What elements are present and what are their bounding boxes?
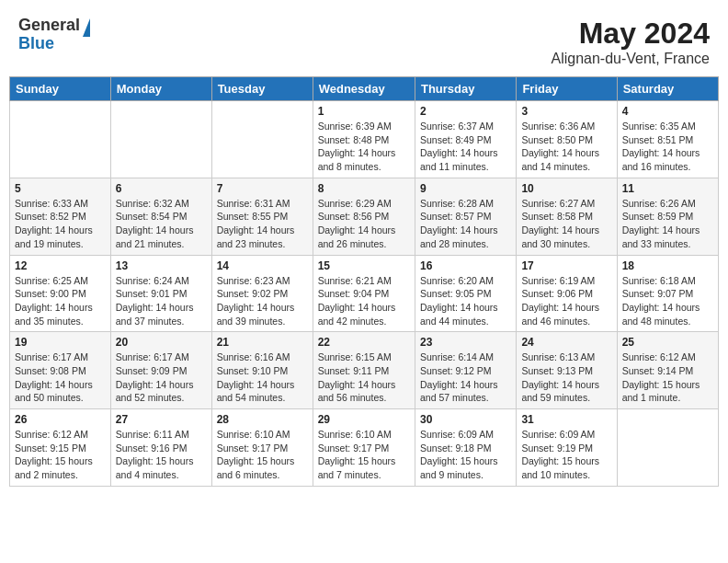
calendar-day-cell [211,101,313,178]
calendar-day-cell: 30Sunrise: 6:09 AM Sunset: 9:18 PM Dayli… [415,409,516,487]
day-number: 6 [116,182,207,195]
calendar-day-cell: 12Sunrise: 6:25 AM Sunset: 9:00 PM Dayli… [10,255,111,332]
day-number: 15 [318,259,410,272]
day-info: Sunrise: 6:28 AM Sunset: 8:57 PM Dayligh… [420,197,511,251]
title-section: May 2024 Alignan-du-Vent, France [551,17,710,67]
day-number: 30 [420,413,511,426]
day-info: Sunrise: 6:24 AM Sunset: 9:01 PM Dayligh… [116,274,207,328]
day-of-week-header: Tuesday [211,77,313,101]
calendar-day-cell: 1Sunrise: 6:39 AM Sunset: 8:48 PM Daylig… [313,101,415,178]
calendar-table: SundayMondayTuesdayWednesdayThursdayFrid… [9,76,719,487]
day-number: 24 [521,336,611,349]
calendar-week-row: 5Sunrise: 6:33 AM Sunset: 8:52 PM Daylig… [10,178,719,255]
day-number: 20 [116,336,207,349]
calendar-day-cell: 6Sunrise: 6:32 AM Sunset: 8:54 PM Daylig… [110,178,211,255]
calendar-week-row: 26Sunrise: 6:12 AM Sunset: 9:15 PM Dayli… [10,409,719,487]
day-number: 1 [318,105,410,118]
day-info: Sunrise: 6:35 AM Sunset: 8:51 PM Dayligh… [622,120,713,174]
calendar-day-cell: 29Sunrise: 6:10 AM Sunset: 9:17 PM Dayli… [313,409,415,487]
day-number: 31 [521,413,611,426]
calendar-day-cell: 17Sunrise: 6:19 AM Sunset: 9:06 PM Dayli… [517,255,617,332]
day-info: Sunrise: 6:10 AM Sunset: 9:17 PM Dayligh… [318,428,410,482]
calendar-day-cell: 23Sunrise: 6:14 AM Sunset: 9:12 PM Dayli… [415,332,516,409]
calendar-week-row: 19Sunrise: 6:17 AM Sunset: 9:08 PM Dayli… [10,332,719,409]
calendar-day-cell: 3Sunrise: 6:36 AM Sunset: 8:50 PM Daylig… [517,101,617,178]
day-number: 13 [116,259,207,272]
calendar-day-cell: 2Sunrise: 6:37 AM Sunset: 8:49 PM Daylig… [415,101,516,178]
day-info: Sunrise: 6:36 AM Sunset: 8:50 PM Dayligh… [521,120,611,174]
calendar-day-cell: 26Sunrise: 6:12 AM Sunset: 9:15 PM Dayli… [10,409,111,487]
calendar-day-cell: 20Sunrise: 6:17 AM Sunset: 9:09 PM Dayli… [110,332,211,409]
calendar-day-cell: 18Sunrise: 6:18 AM Sunset: 9:07 PM Dayli… [617,255,718,332]
day-info: Sunrise: 6:27 AM Sunset: 8:58 PM Dayligh… [521,197,611,251]
day-info: Sunrise: 6:25 AM Sunset: 9:00 PM Dayligh… [15,274,106,328]
day-info: Sunrise: 6:18 AM Sunset: 9:07 PM Dayligh… [622,274,713,328]
day-info: Sunrise: 6:31 AM Sunset: 8:55 PM Dayligh… [217,197,308,251]
day-number: 3 [521,105,611,118]
day-info: Sunrise: 6:21 AM Sunset: 9:04 PM Dayligh… [318,274,410,328]
calendar-day-cell: 7Sunrise: 6:31 AM Sunset: 8:55 PM Daylig… [211,178,313,255]
calendar-day-cell: 25Sunrise: 6:12 AM Sunset: 9:14 PM Dayli… [617,332,718,409]
day-number: 16 [420,259,511,272]
day-number: 4 [622,105,713,118]
day-info: Sunrise: 6:10 AM Sunset: 9:17 PM Dayligh… [217,428,308,482]
day-of-week-header: Saturday [617,77,718,101]
day-info: Sunrise: 6:17 AM Sunset: 9:09 PM Dayligh… [116,350,207,405]
day-of-week-header: Wednesday [313,77,415,101]
day-number: 5 [15,182,106,195]
day-info: Sunrise: 6:20 AM Sunset: 9:05 PM Dayligh… [420,274,511,328]
day-number: 9 [420,182,511,195]
calendar-day-cell: 19Sunrise: 6:17 AM Sunset: 9:08 PM Dayli… [10,332,111,409]
day-number: 29 [318,413,410,426]
day-info: Sunrise: 6:12 AM Sunset: 9:14 PM Dayligh… [622,350,713,405]
day-info: Sunrise: 6:11 AM Sunset: 9:16 PM Dayligh… [116,428,207,482]
day-number: 7 [217,182,308,195]
day-number: 28 [217,413,308,426]
day-of-week-header: Sunday [10,77,111,101]
calendar-day-cell: 15Sunrise: 6:21 AM Sunset: 9:04 PM Dayli… [313,255,415,332]
calendar-day-cell: 24Sunrise: 6:13 AM Sunset: 9:13 PM Dayli… [517,332,617,409]
day-info: Sunrise: 6:15 AM Sunset: 9:11 PM Dayligh… [318,350,410,405]
day-info: Sunrise: 6:09 AM Sunset: 9:18 PM Dayligh… [420,428,511,482]
day-number: 10 [521,182,611,195]
day-info: Sunrise: 6:12 AM Sunset: 9:15 PM Dayligh… [15,428,106,482]
calendar-day-cell: 5Sunrise: 6:33 AM Sunset: 8:52 PM Daylig… [10,178,111,255]
day-number: 27 [116,413,207,426]
day-info: Sunrise: 6:39 AM Sunset: 8:48 PM Dayligh… [318,120,410,174]
calendar-week-row: 1Sunrise: 6:39 AM Sunset: 8:48 PM Daylig… [10,101,719,178]
logo-triangle-icon [83,18,90,37]
day-info: Sunrise: 6:23 AM Sunset: 9:02 PM Dayligh… [217,274,308,328]
day-of-week-header: Monday [110,77,211,101]
day-number: 22 [318,336,410,349]
calendar-day-cell: 11Sunrise: 6:26 AM Sunset: 8:59 PM Dayli… [617,178,718,255]
calendar-day-cell: 28Sunrise: 6:10 AM Sunset: 9:17 PM Dayli… [211,409,313,487]
calendar-header-row: SundayMondayTuesdayWednesdayThursdayFrid… [10,77,719,101]
logo: General Blue [18,17,90,53]
month-year-title: May 2024 [551,17,710,51]
day-number: 11 [622,182,713,195]
day-number: 19 [15,336,106,349]
location-subtitle: Alignan-du-Vent, France [551,51,710,67]
day-number: 12 [15,259,106,272]
day-number: 14 [217,259,308,272]
day-number: 26 [15,413,106,426]
calendar-day-cell: 14Sunrise: 6:23 AM Sunset: 9:02 PM Dayli… [211,255,313,332]
day-of-week-header: Thursday [415,77,516,101]
calendar-day-cell [110,101,211,178]
day-info: Sunrise: 6:37 AM Sunset: 8:49 PM Dayligh… [420,120,511,174]
day-info: Sunrise: 6:17 AM Sunset: 9:08 PM Dayligh… [15,350,106,405]
day-info: Sunrise: 6:14 AM Sunset: 9:12 PM Dayligh… [420,350,511,405]
calendar-day-cell: 16Sunrise: 6:20 AM Sunset: 9:05 PM Dayli… [415,255,516,332]
day-number: 2 [420,105,511,118]
day-number: 21 [217,336,308,349]
calendar-day-cell: 13Sunrise: 6:24 AM Sunset: 9:01 PM Dayli… [110,255,211,332]
calendar-day-cell: 8Sunrise: 6:29 AM Sunset: 8:56 PM Daylig… [313,178,415,255]
day-number: 25 [622,336,713,349]
day-number: 8 [318,182,410,195]
logo-general-text: General [18,17,80,35]
day-info: Sunrise: 6:09 AM Sunset: 9:19 PM Dayligh… [521,428,611,482]
calendar-day-cell: 9Sunrise: 6:28 AM Sunset: 8:57 PM Daylig… [415,178,516,255]
day-info: Sunrise: 6:33 AM Sunset: 8:52 PM Dayligh… [15,197,106,251]
day-number: 23 [420,336,511,349]
day-number: 18 [622,259,713,272]
